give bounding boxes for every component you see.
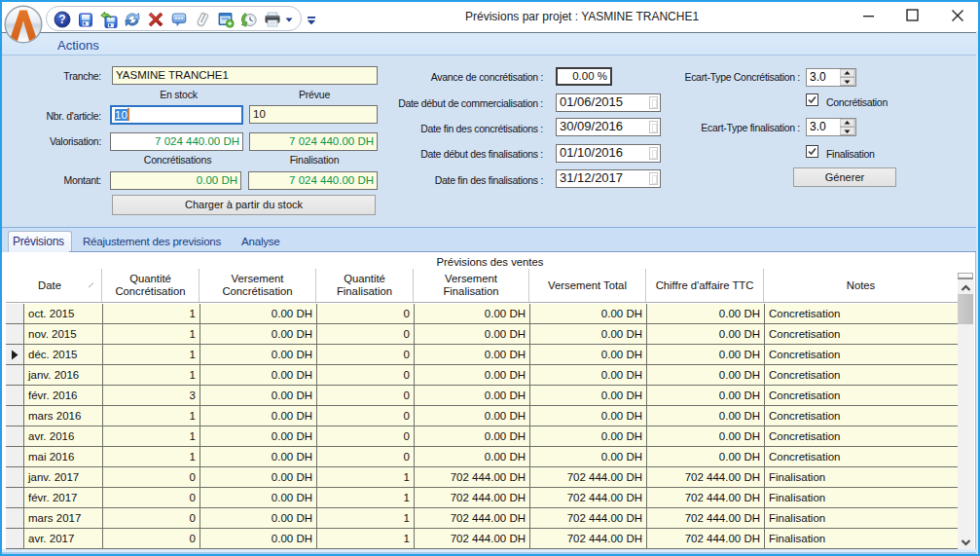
- svg-text:?: ?: [58, 13, 65, 26]
